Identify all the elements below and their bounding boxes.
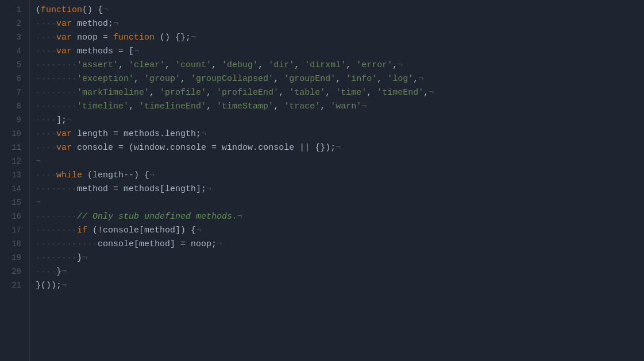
line-num-11: 11 xyxy=(0,141,29,155)
line-num-1: 1 xyxy=(0,3,29,17)
code-editor: 1 2 3 4 5 6 7 8 9 10 11 12 13 14 15 16 1… xyxy=(0,0,644,361)
code-line-4: ····var methods = [¬ xyxy=(36,45,644,59)
code-line-5: ········'assert', 'clear', 'count', 'deb… xyxy=(36,59,644,72)
code-line-20: ····}¬ xyxy=(36,265,644,279)
code-line-13: ····while (length--) {¬ xyxy=(36,169,644,183)
line-num-2: 2 xyxy=(0,17,29,31)
code-line-7: ········'markTimeline', 'profile', 'prof… xyxy=(36,86,644,100)
code-line-2: ····var method;¬ xyxy=(36,17,644,31)
line-num-9: 9 xyxy=(0,114,29,127)
line-num-13: 13 xyxy=(0,169,29,183)
line-num-17: 17 xyxy=(0,224,29,238)
code-line-6: ········'exception', 'group', 'groupColl… xyxy=(36,72,644,86)
line-numbers: 1 2 3 4 5 6 7 8 9 10 11 12 13 14 15 16 1… xyxy=(0,0,30,361)
code-content[interactable]: (function() {¬ ····var method;¬ ····var … xyxy=(30,0,644,361)
line-num-19: 19 xyxy=(0,251,29,265)
line-num-8: 8 xyxy=(0,100,29,114)
line-num-4: 4 xyxy=(0,45,29,59)
line-num-15: 15 xyxy=(0,196,29,210)
code-line-15: ¬ xyxy=(36,196,644,210)
code-line-3: ····var noop = function () {};¬ xyxy=(36,31,644,45)
line-num-16: 16 xyxy=(0,210,29,224)
code-line-14: ········method = methods[length];¬ xyxy=(36,183,644,196)
line-num-5: 5 xyxy=(0,59,29,72)
line-num-18: 18 xyxy=(0,238,29,251)
code-line-9: ····];¬ xyxy=(36,114,644,127)
line-num-3: 3 xyxy=(0,31,29,45)
code-line-19: ········}¬ xyxy=(36,251,644,265)
line-num-14: 14 xyxy=(0,183,29,196)
line-num-6: 6 xyxy=(0,72,29,86)
code-line-11: ····var console = (window.console = wind… xyxy=(36,141,644,155)
code-line-1: (function() {¬ xyxy=(36,3,644,17)
code-line-12: ¬ xyxy=(36,155,644,169)
line-num-12: 12 xyxy=(0,155,29,169)
code-line-21: }());¬ xyxy=(36,279,644,293)
code-line-18: ············console[method] = noop;¬ xyxy=(36,238,644,251)
code-line-10: ····var length = methods.length;¬ xyxy=(36,127,644,141)
code-line-17: ········if (!console[method]) {¬ xyxy=(36,224,644,238)
line-num-20: 20 xyxy=(0,265,29,279)
line-num-10: 10 xyxy=(0,127,29,141)
line-num-7: 7 xyxy=(0,86,29,100)
code-line-8: ········'timeline', 'timelineEnd', 'time… xyxy=(36,100,644,114)
code-line-16: ········// Only stub undefined methods.¬ xyxy=(36,210,644,224)
line-num-21: 21 xyxy=(0,279,29,293)
